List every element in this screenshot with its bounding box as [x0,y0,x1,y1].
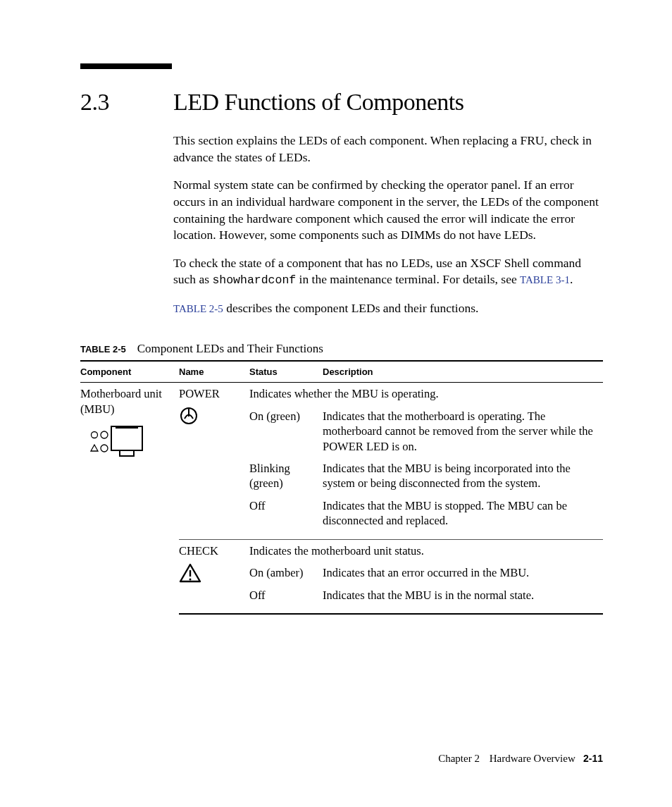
page: 2.3 LED Functions of Components This sec… [0,0,672,807]
xref-table-2-5[interactable]: TABLE 2-5 [173,303,223,314]
led-name-check: CHECK [179,544,218,557]
svg-point-8 [189,579,192,581]
mbu-diagram-icon [80,421,147,462]
power-icon [179,406,199,426]
led-name-power: POWER [179,387,220,400]
svg-point-2 [92,432,98,438]
table-row: Motherboard unit (MBU) POWER [80,383,603,405]
led-table: Component Name Status Description Mother… [80,360,603,615]
th-status: Status [249,361,323,383]
footer-chapter: Chapter 2 [438,753,480,764]
page-footer: Chapter 2 Hardware Overview 2-11 [438,753,603,765]
th-description: Description [323,361,603,383]
p3-text-b: in the maintenance terminal. For details… [296,272,520,286]
status-cell: Off [249,495,323,532]
status-cell: On (amber) [249,562,323,584]
p3-command: showhardconf [212,273,296,287]
p3-text-c: . [570,272,573,286]
status-cell: On (green) [249,405,323,457]
status-cell: Blinking (green) [249,457,323,495]
check-summary: Indicates the motherboard unit status. [249,539,603,562]
section-rule [80,63,172,69]
desc-cell: Indicates that the MBU is being incorpor… [323,457,603,495]
paragraph-3: To check the state of a component that h… [173,255,603,289]
desc-cell: Indicates that the MBU is in the normal … [323,584,603,606]
body-block: This section explains the LEDs of each c… [173,133,603,316]
desc-cell: Indicates that an error occurred in the … [323,562,603,584]
xref-table-3-1[interactable]: TABLE 3-1 [520,274,570,285]
svg-point-3 [101,431,108,438]
p4-text-b: describes the component LEDs and their f… [223,301,479,315]
section-number: 2.3 [80,89,173,116]
svg-rect-0 [111,426,142,450]
table-label: TABLE 2-5 [80,344,126,355]
footer-section: Hardware Overview [490,753,575,764]
table-title: Component LEDs and Their Functions [137,342,323,356]
warning-icon [179,562,201,584]
th-component: Component [80,361,179,383]
paragraph-4: TABLE 2-5 describes the component LEDs a… [173,300,603,317]
component-name: Motherboard unit (MBU) [80,387,162,415]
svg-point-4 [101,445,108,452]
desc-cell: Indicates that the MBU is stopped. The M… [323,495,603,532]
power-summary: Indicates whether the MBU is operating. [249,383,603,405]
footer-page-number: 2-11 [583,753,603,764]
section-heading: 2.3 LED Functions of Components [80,89,603,116]
table-header-row: Component Name Status Description [80,361,603,383]
desc-cell: Indicates that the motherboard is operat… [323,405,603,457]
svg-rect-1 [116,426,138,429]
paragraph-1: This section explains the LEDs of each c… [173,133,603,166]
status-cell: Off [249,584,323,606]
table-caption: TABLE 2-5 Component LEDs and Their Funct… [80,342,603,356]
th-name: Name [179,361,249,383]
paragraph-2: Normal system state can be confirmed by … [173,177,603,244]
section-title: LED Functions of Components [173,89,463,116]
